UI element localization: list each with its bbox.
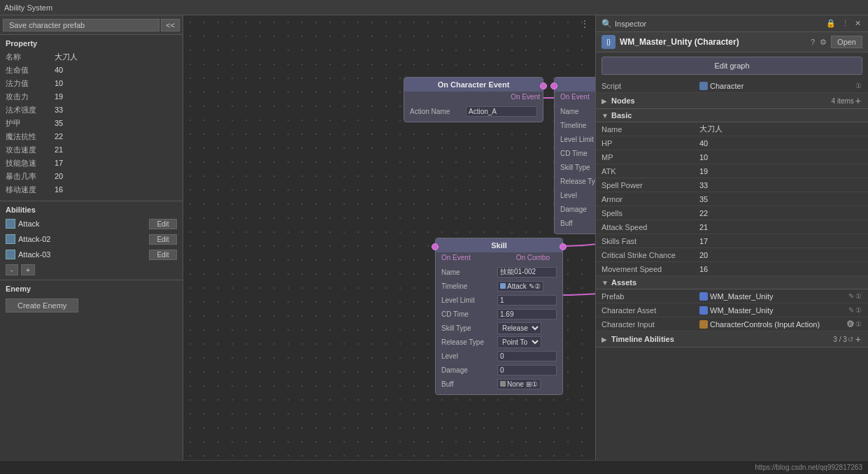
prop-label-mp: 法力值 — [6, 78, 55, 89]
skill2-lvl-input[interactable] — [497, 351, 557, 361]
graph-menu-button[interactable]: ⋮ — [577, 18, 592, 29]
prefab-settings-icon[interactable]: ① — [855, 292, 862, 300]
inspector-close-icon[interactable]: ✕ — [853, 19, 862, 28]
inspector-open-button[interactable]: Open — [831, 36, 862, 48]
insp-atkspd-row: Attack Speed 21 — [596, 220, 868, 234]
obj-icon: {} — [602, 35, 616, 49]
save-character-prefab-button[interactable]: Save character prefab — [3, 19, 159, 31]
assets-section-header[interactable]: ▼ Assets — [596, 276, 868, 289]
ability-edit-attack03-button[interactable]: Edit — [149, 250, 177, 260]
inspector-obj-help-icon[interactable]: ? — [809, 38, 816, 47]
nodes-section-header[interactable]: ▶ Nodes 4 items + — [596, 93, 868, 109]
node-skill-2-body: Name Timeline Attack ✎② Level Limit CD T… — [436, 263, 562, 394]
insp-mp-row: MP 10 — [596, 150, 868, 164]
insp-atk-label: ATK — [602, 167, 699, 175]
insp-prefab-row: Prefab WM_Master_Unity ✎ ① — [596, 289, 868, 303]
skill1-type-label: Skill Type — [560, 164, 595, 171]
script-asset-icon — [699, 82, 708, 90]
prop-value-hp: 40 — [55, 66, 63, 74]
enemy-section-title: Enemy — [6, 285, 177, 293]
skill2-buff-value: None ⊞① — [497, 379, 541, 389]
skill2-type-dropdown[interactable]: Release — [497, 322, 541, 334]
port-skill2-left[interactable] — [432, 243, 439, 250]
prefab-asset-icon — [699, 292, 708, 301]
inspector-icon: 🔍 — [602, 19, 612, 29]
skill1-reltype-row: Release Type Point To — [560, 175, 595, 187]
skill1-name-label: Name — [560, 108, 595, 115]
action-name-label: Action Name — [410, 108, 466, 115]
prop-label-mres: 魔法抗性 — [6, 131, 55, 142]
skill2-level-input[interactable] — [497, 295, 557, 306]
prop-label-hp: 生命值 — [6, 65, 55, 76]
skill1-dmg-label: Damage — [560, 206, 595, 213]
bottom-bar: https://blog.csdn.net/qq992817263 — [0, 460, 868, 474]
insp-crit-value: 20 — [699, 251, 862, 259]
node-skill-1: Skill On Event On Combo Name Timeline At… — [554, 77, 595, 234]
skill2-oncombo: On Combo — [513, 252, 560, 263]
skill2-type-row: Skill Type Release — [441, 322, 557, 334]
create-enemy-button[interactable]: Create Enemy — [6, 299, 78, 313]
timeline-refresh-icon[interactable]: ↺ — [847, 336, 854, 343]
left-topbar: Save character prefab << — [0, 15, 183, 35]
ability-edit-attack-button[interactable]: Edit — [149, 219, 177, 229]
skill2-dmg-input[interactable] — [497, 365, 557, 375]
inspector-lock-icon[interactable]: 🔒 — [825, 19, 837, 28]
prop-row-armor: 护甲 35 — [6, 117, 177, 129]
nodes-add-button[interactable]: + — [854, 95, 862, 106]
insp-char-asset-container: WM_Master_Unity ✎ ① — [699, 306, 862, 315]
insp-prefab-label: Prefab — [602, 292, 699, 301]
char-input-settings-icon[interactable]: ① — [855, 320, 862, 328]
port-skill2-right[interactable] — [560, 243, 567, 250]
ability-edit-attack02-button[interactable]: Edit — [149, 234, 177, 245]
prop-value-crit: 20 — [55, 172, 63, 180]
bottom-url: https://blog.csdn.net/qq992817263 — [755, 464, 862, 471]
skill2-reltype-dropdown[interactable]: Point To — [497, 336, 541, 348]
skill1-lvl-label: Level — [560, 192, 595, 199]
inspector-obj-settings-icon[interactable]: ⚙ — [818, 38, 828, 47]
insp-armor-label: Armor — [602, 195, 699, 203]
insp-prefab-value: WM_Master_Unity — [710, 292, 848, 301]
skill1-buff-row: Buff None ⊞ ① — [560, 217, 595, 229]
topbar-title: Ability System — [4, 3, 52, 12]
skill1-dmg-row: Damage — [560, 203, 595, 215]
char-asset-edit-icon[interactable]: ✎ — [848, 306, 855, 314]
skill1-lvl-row: Level — [560, 189, 595, 201]
ability-plus-button[interactable]: + — [21, 264, 35, 275]
skill2-timeline-row: Timeline Attack ✎② — [441, 280, 557, 292]
action-name-input[interactable] — [466, 106, 537, 117]
insp-char-input-container: CharacterControls (Input Action) 🅐 ① — [699, 320, 862, 329]
skill2-cd-row: CD Time — [441, 308, 557, 320]
skill2-name-row: Name — [441, 266, 557, 278]
inspector-menu-icon[interactable]: ⋮ — [840, 19, 851, 28]
insp-prefab-value-container: WM_Master_Unity ✎ ① — [699, 292, 862, 301]
ability-minus-button[interactable]: - — [6, 264, 18, 275]
timeline-add-button[interactable]: + — [854, 333, 862, 345]
timeline-section-header[interactable]: ▶ Timeline Abilities 3 / 3 ↺ + — [596, 331, 868, 347]
ability-name-attack: Attack — [18, 220, 149, 228]
skill2-onevent: On Event — [439, 252, 474, 263]
basic-section-header[interactable]: ▼ Basic — [596, 109, 868, 122]
insp-skillsfast-label: Skills Fast — [602, 237, 699, 245]
char-asset-settings-icon[interactable]: ① — [855, 306, 862, 314]
abilities-section: Abilities Attack Edit Attack-02 Edit Att… — [0, 201, 183, 280]
insp-hp-label: HP — [602, 139, 699, 148]
char-input-edit-icon[interactable]: 🅐 — [846, 320, 855, 328]
inspector-script-row: Script Character ① — [596, 79, 868, 93]
main-area: Save character prefab << Property 名称 大刀人… — [0, 15, 868, 460]
obj-icon-symbol: {} — [606, 38, 611, 45]
port-skill1-left[interactable] — [550, 82, 557, 89]
insp-crit-row: Critical Strike Chance 20 — [596, 248, 868, 262]
insp-skillsfast-value: 17 — [699, 237, 862, 245]
port-char-event-right[interactable] — [540, 82, 547, 89]
inspector-script-edit-icon[interactable]: ① — [855, 82, 862, 89]
skill2-name-input[interactable] — [497, 267, 557, 278]
graph-area: On Character Event On Event Action Name … — [183, 15, 595, 460]
inspector-script-value-container: Character ① — [699, 82, 862, 90]
prefab-edit-icon[interactable]: ✎ — [848, 292, 855, 300]
chevron-button[interactable]: << — [161, 19, 180, 31]
ability-icon-attack03 — [6, 250, 15, 259]
edit-graph-button[interactable]: Edit graph — [602, 57, 862, 75]
skill2-cd-input[interactable] — [497, 309, 557, 319]
skill2-cd-label: CD Time — [441, 310, 497, 318]
insp-spells-label: Spells — [602, 209, 699, 217]
